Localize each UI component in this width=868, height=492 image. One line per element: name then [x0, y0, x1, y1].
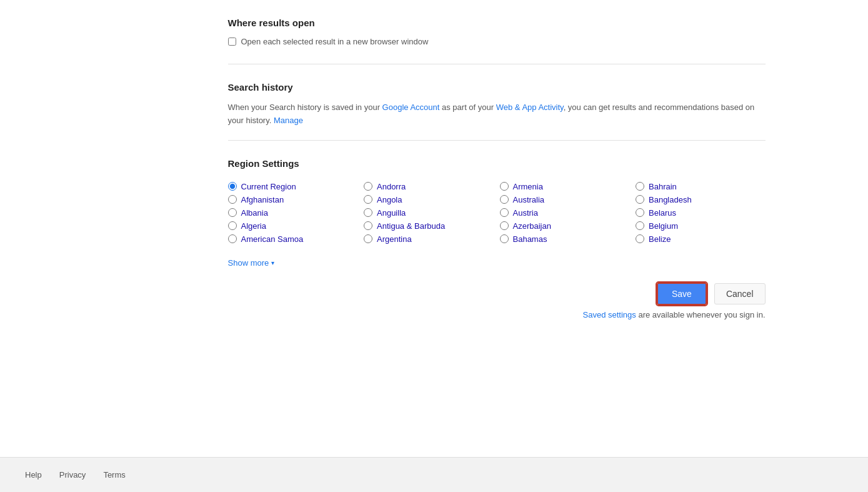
search-history-title: Search history	[228, 82, 766, 93]
google-account-link[interactable]: Google Account	[382, 103, 440, 112]
region-label-algeria: Algeria	[241, 221, 266, 231]
footer: Help Privacy Terms	[0, 457, 868, 492]
region-label-american-samoa: American Samoa	[241, 234, 304, 244]
region-label-bahamas: Bahamas	[513, 234, 547, 244]
region-label-antigua: Antigua & Barbuda	[377, 221, 445, 231]
footer-privacy-link[interactable]: Privacy	[59, 470, 86, 479]
show-more-arrow-icon: ▾	[271, 259, 274, 266]
region-option-bangladesh[interactable]: Bangladesh	[636, 193, 766, 206]
region-label-bahrain: Bahrain	[649, 182, 677, 191]
region-option-bahrain[interactable]: Bahrain	[636, 180, 766, 193]
region-column-2: Andorra Angola Anguilla Antigua & Barbud…	[364, 180, 494, 246]
actions-row: Save Cancel	[228, 268, 766, 310]
region-option-bahamas[interactable]: Bahamas	[500, 233, 630, 246]
region-option-belarus[interactable]: Belarus	[636, 206, 766, 219]
region-option-belgium[interactable]: Belgium	[636, 219, 766, 233]
region-column-4: Bahrain Bangladesh Belarus Belgium Beliz…	[636, 180, 766, 246]
saved-settings-text: Saved settings are available whenever yo…	[228, 310, 766, 332]
region-option-anguilla[interactable]: Anguilla	[364, 206, 494, 219]
region-label-current: Current Region	[241, 182, 296, 191]
new-window-label: Open each selected result in a new brows…	[241, 37, 429, 46]
region-option-armenia[interactable]: Armenia	[500, 180, 630, 193]
footer-help-link[interactable]: Help	[25, 470, 42, 479]
footer-terms-link[interactable]: Terms	[103, 470, 125, 479]
region-option-afghanistan[interactable]: Afghanistan	[228, 193, 358, 206]
region-label-austria: Austria	[513, 208, 538, 218]
region-option-austria[interactable]: Austria	[500, 206, 630, 219]
region-grid: Current Region Afghanistan Albania Alger…	[228, 180, 766, 246]
region-column-1: Current Region Afghanistan Albania Alger…	[228, 180, 358, 246]
search-history-description: When your Search history is saved in you…	[228, 101, 766, 128]
web-app-activity-link[interactable]: Web & App Activity	[496, 103, 564, 112]
region-option-australia[interactable]: Australia	[500, 193, 630, 206]
region-option-current[interactable]: Current Region	[228, 180, 358, 193]
region-label-azerbaijan: Azerbaijan	[513, 221, 551, 231]
region-column-3: Armenia Australia Austria Azerbaijan Bah…	[500, 180, 630, 246]
region-option-algeria[interactable]: Algeria	[228, 219, 358, 233]
where-results-title: Where results open	[228, 18, 766, 28]
region-label-armenia: Armenia	[513, 182, 543, 191]
cancel-button[interactable]: Cancel	[714, 283, 766, 304]
region-label-andorra: Andorra	[377, 182, 406, 191]
region-label-albania: Albania	[241, 208, 268, 218]
region-option-angola[interactable]: Angola	[364, 193, 494, 206]
region-label-afghanistan: Afghanistan	[241, 195, 284, 204]
region-option-azerbaijan[interactable]: Azerbaijan	[500, 219, 630, 233]
show-more-link[interactable]: Show more ▾	[228, 258, 275, 268]
saved-settings-link[interactable]: Saved settings	[583, 310, 636, 319]
region-option-antigua[interactable]: Antigua & Barbuda	[364, 219, 494, 233]
region-label-belgium: Belgium	[649, 221, 678, 231]
region-option-argentina[interactable]: Argentina	[364, 233, 494, 246]
region-label-argentina: Argentina	[377, 234, 412, 244]
region-option-belize[interactable]: Belize	[636, 233, 766, 246]
region-option-american-samoa[interactable]: American Samoa	[228, 233, 358, 246]
region-label-bangladesh: Bangladesh	[649, 195, 692, 204]
new-window-checkbox[interactable]	[228, 38, 236, 46]
show-more-label: Show more	[228, 258, 269, 268]
region-option-andorra[interactable]: Andorra	[364, 180, 494, 193]
region-label-belarus: Belarus	[649, 208, 676, 218]
region-label-australia: Australia	[513, 195, 545, 204]
manage-link[interactable]: Manage	[274, 116, 303, 125]
region-option-albania[interactable]: Albania	[228, 206, 358, 219]
save-button[interactable]: Save	[657, 283, 707, 305]
region-label-angola: Angola	[377, 195, 402, 204]
region-label-belize: Belize	[649, 234, 671, 244]
region-label-anguilla: Anguilla	[377, 208, 406, 218]
saved-settings-description: are available whenever you sign in.	[638, 310, 765, 319]
region-settings-title: Region Settings	[228, 158, 766, 169]
